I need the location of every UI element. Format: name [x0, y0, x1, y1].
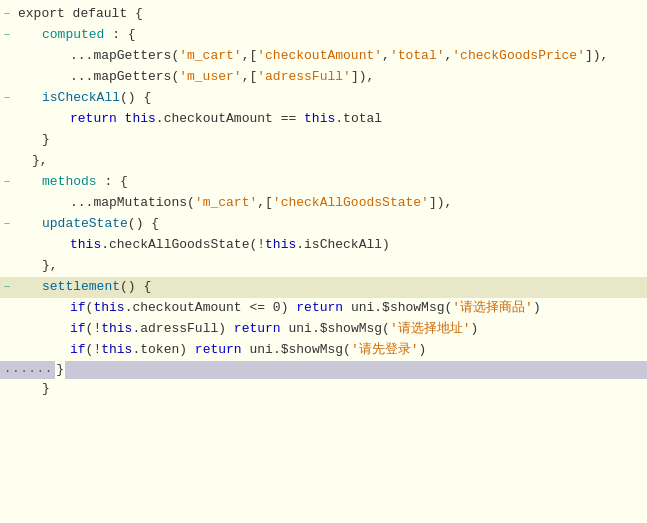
token: ) — [419, 340, 427, 361]
token: uni.$showMsg( — [242, 340, 351, 361]
token: return — [70, 109, 125, 130]
code-content-1: export default { — [14, 4, 647, 25]
token: : { — [97, 172, 128, 193]
token: () { — [128, 214, 159, 235]
token: ]), — [585, 46, 608, 67]
fold-icon-14[interactable]: − — [4, 279, 11, 297]
fold-icon-9[interactable]: − — [4, 174, 11, 192]
gutter-11[interactable]: − — [0, 216, 14, 234]
token: this — [93, 298, 124, 319]
token: ...mapGetters( — [70, 46, 179, 67]
token: 'checkGoodsPrice' — [452, 46, 585, 67]
token: } — [42, 130, 50, 151]
gutter-1[interactable]: − — [0, 6, 14, 24]
token: 'm_cart' — [195, 193, 257, 214]
token: isCheckAll — [42, 88, 120, 109]
code-content-19: } — [14, 379, 647, 400]
token: ...mapMutations( — [70, 193, 195, 214]
bottom-status-bar: ...... } — [0, 361, 647, 379]
token: '请选择地址' — [390, 319, 471, 340]
token: if — [70, 340, 86, 361]
token: return — [195, 340, 242, 361]
token: return — [296, 298, 343, 319]
fold-icon-5[interactable]: − — [4, 90, 11, 108]
token: () { — [120, 88, 151, 109]
token: ) — [471, 319, 479, 340]
token: '请先登录' — [351, 340, 419, 361]
token: (! — [86, 319, 102, 340]
code-content-4: ...mapGetters('m_user',['adressFull']), — [14, 67, 647, 88]
token: if — [70, 298, 86, 319]
code-line-6: return this.checkoutAmount == this.total — [0, 109, 647, 130]
token: : { — [104, 25, 135, 46]
token: export default { — [18, 4, 143, 25]
token: , — [382, 46, 390, 67]
token: 'checkoutAmount' — [257, 46, 382, 67]
token: ( — [86, 298, 94, 319]
code-line-15: if(this.checkoutAmount <= 0) return uni.… — [0, 298, 647, 319]
token: this — [304, 109, 335, 130]
token: updateState — [42, 214, 128, 235]
token: this — [101, 319, 132, 340]
token: .token) — [132, 340, 194, 361]
code-line-19: } — [0, 379, 647, 400]
token: '请选择商品' — [452, 298, 533, 319]
token: .checkoutAmount == — [156, 109, 304, 130]
code-line-10: ...mapMutations('m_cart',['checkAllGoods… — [0, 193, 647, 214]
token: 'checkAllGoodsState' — [273, 193, 429, 214]
token: }, — [42, 256, 58, 277]
token: ...mapGetters( — [70, 67, 179, 88]
token: (! — [86, 340, 102, 361]
code-line-3: ...mapGetters('m_cart',['checkoutAmount'… — [0, 46, 647, 67]
code-content-13: }, — [14, 256, 647, 277]
token: .checkAllGoodsState(! — [101, 235, 265, 256]
token: if — [70, 319, 86, 340]
token: this — [101, 340, 132, 361]
gutter-9[interactable]: − — [0, 174, 14, 192]
code-content-16: if(!this.adressFull) return uni.$showMsg… — [14, 319, 647, 340]
token: 'total' — [390, 46, 445, 67]
code-line-12: this.checkAllGoodsState(!this.isCheckAll… — [0, 235, 647, 256]
token: .isCheckAll) — [296, 235, 390, 256]
token: , — [445, 46, 453, 67]
code-line-1: − export default { — [0, 4, 647, 25]
code-editor: − export default { − computed : { ...map… — [0, 0, 647, 523]
gutter-2[interactable]: − — [0, 27, 14, 45]
token: .total — [335, 109, 382, 130]
token: ) — [533, 298, 541, 319]
token: }, — [32, 151, 48, 172]
code-content-7: } — [14, 130, 647, 151]
fold-icon-11[interactable]: − — [4, 216, 11, 234]
code-content-11: updateState() { — [14, 214, 647, 235]
token: ,[ — [242, 67, 258, 88]
code-line-13: }, — [0, 256, 647, 277]
code-line-8: }, — [0, 151, 647, 172]
token: ]), — [351, 67, 374, 88]
code-line-14: − settlement() { — [0, 277, 647, 298]
gutter-14[interactable]: − — [0, 279, 14, 297]
token: uni.$showMsg( — [281, 319, 390, 340]
code-line-16: if(!this.adressFull) return uni.$showMsg… — [0, 319, 647, 340]
token: ,[ — [257, 193, 273, 214]
code-content-5: isCheckAll() { — [14, 88, 647, 109]
code-content-3: ...mapGetters('m_cart',['checkoutAmount'… — [14, 46, 647, 67]
code-line-2: − computed : { — [0, 25, 647, 46]
code-line-4: ...mapGetters('m_user',['adressFull']), — [0, 67, 647, 88]
code-content-8: }, — [14, 151, 647, 172]
token: .adressFull) — [132, 319, 233, 340]
code-line-17: if(!this.token) return uni.$showMsg('请先登… — [0, 340, 647, 361]
token: this — [125, 109, 156, 130]
code-line-5: − isCheckAll() { — [0, 88, 647, 109]
token: this — [265, 235, 296, 256]
code-content-12: this.checkAllGoodsState(!this.isCheckAll… — [14, 235, 647, 256]
gutter-5[interactable]: − — [0, 90, 14, 108]
code-content-9: methods : { — [14, 172, 647, 193]
code-content-14: settlement() { — [14, 277, 647, 298]
token: () { — [120, 277, 151, 298]
token: methods — [42, 172, 97, 193]
code-line-9: − methods : { — [0, 172, 647, 193]
fold-icon-2[interactable]: − — [4, 27, 11, 45]
code-content-15: if(this.checkoutAmount <= 0) return uni.… — [14, 298, 647, 319]
fold-icon-1[interactable]: − — [4, 6, 11, 24]
code-content-2: computed : { — [14, 25, 647, 46]
